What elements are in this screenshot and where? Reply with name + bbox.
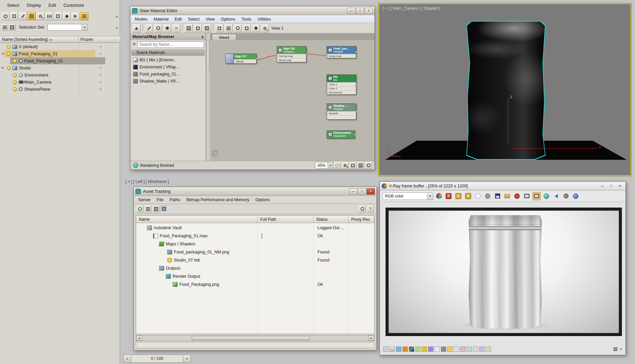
zoom-level-combo[interactable]: 45% ▼ [315,162,333,169]
horizontal-scrollbar[interactable]: ◄ ► [136,335,374,341]
menu-tools[interactable]: Tools [238,16,254,23]
move-children-icon[interactable] [185,24,193,32]
asset-row-vault[interactable]: Autodesk Vault Logged Out ... [136,224,374,232]
refresh-icon[interactable] [137,206,143,212]
search-input[interactable] [138,41,204,48]
lock-selection-icon[interactable] [54,12,62,20]
find-object-icon[interactable] [36,12,44,20]
menu-edit[interactable]: Edit [45,1,60,9]
vfb-info-icon[interactable] [396,346,401,352]
menu-view[interactable]: View [203,16,218,23]
pick-object-icon[interactable] [19,12,27,20]
forward-icon[interactable] [71,12,80,20]
minimize-button[interactable]: — [347,8,355,14]
node-environment-vrayhdri[interactable]: Environment VRayHDRI [327,130,355,139]
asset-row-outputs[interactable]: Outputs [136,264,374,272]
node-map17-bitmap[interactable]: Map #17 Bitmap [225,54,256,64]
vfb-color-balance-icon[interactable] [409,346,414,352]
minimize-button[interactable]: — [349,188,357,194]
input-socket[interactable] [326,113,328,115]
explorer-row-default-layer[interactable]: 0 (default) * [0,43,120,50]
menu-bitmap-performance[interactable]: Bitmap Performance and Memory [183,196,252,203]
frozen-toggle[interactable]: * [96,66,105,70]
expand-triangle-icon[interactable]: ▼ [0,52,5,55]
menu-file[interactable]: File [154,196,167,203]
isolate-icon[interactable] [63,12,71,20]
vfb-stereo-icon[interactable] [466,346,472,352]
explorer-row-shadowplane[interactable]: ShadowPlane * [0,86,120,93]
camera-viewport[interactable]: Z x z x [ + ] [ Main_Camera ] [ Shaded ] [379,3,631,176]
pick-material-icon[interactable] [145,24,153,32]
asset-row-render-output[interactable]: Render Output [136,272,374,280]
chevron-down-icon[interactable]: ▼ [82,24,87,30]
slate-titlebar[interactable]: Slate Material Editor — □ × [130,6,374,15]
vfb-exposure-icon[interactable] [402,346,408,352]
chevron-down-icon[interactable]: ▼ [328,162,333,168]
browser-close-icon[interactable]: x [202,35,204,39]
load-image-button[interactable] [503,192,511,200]
track-mouse-render-button[interactable] [533,192,541,200]
menu-server[interactable]: Server [135,196,154,203]
vfb-curves-icon[interactable] [422,346,427,352]
scrollbar-thumb[interactable] [207,40,210,70]
menu-options[interactable]: Options [218,16,238,23]
blue-channel-button[interactable]: B [464,192,472,200]
vfb-icc-icon[interactable] [434,346,440,352]
toolbar-overflow-icon[interactable]: » [116,25,119,30]
vfb-bloom-icon[interactable] [447,346,453,352]
alpha-channel-button[interactable] [484,192,492,200]
zoom-extents-icon[interactable] [357,162,364,169]
visibility-bulb-icon[interactable] [13,80,17,84]
expand-triangle-icon[interactable]: ▼ [0,66,5,69]
layer-tools-icon[interactable] [80,12,88,20]
input-socket[interactable] [326,92,328,94]
vfb-list-icon[interactable] [613,347,617,351]
pouch-model[interactable] [466,22,546,159]
vfb-titlebar[interactable]: V-Ray frame buffer - [25% of 2220 x 1200… [380,182,626,190]
show-end-result-icon[interactable] [163,24,171,32]
visibility-bulb-icon[interactable] [7,45,11,49]
previous-arrow-icon[interactable] [552,192,560,200]
menu-modes[interactable]: Modes [132,16,151,23]
scrollbar-thumb[interactable] [192,336,309,340]
left-viewport-label[interactable]: [ + ] [ Left ] [ Wireframe ] [125,179,169,184]
visibility-bulb-icon[interactable] [7,66,11,70]
layout-all-icon[interactable] [215,24,223,32]
menu-select[interactable]: Select [185,16,203,23]
hide-unused-slots-icon[interactable] [194,24,202,32]
filter-waves-icon[interactable] [45,12,53,20]
select-tool-icon[interactable] [132,24,141,32]
explorer-row-main-camera[interactable]: Main_Camera * [0,79,120,86]
stamp-globe-icon[interactable] [572,192,580,200]
view-selector-label[interactable]: View 1 [271,26,283,31]
material-list-item[interactable]: Shadow_Matte ( VR... [130,78,206,85]
view1-tab[interactable]: View1 [212,34,236,40]
column-proxy-res[interactable]: Proxy Res [349,216,374,223]
asset-row-max-file[interactable]: Food_Packaging_01.max Ok [136,232,374,240]
checker-pattern-icon[interactable] [203,24,211,32]
menu-customize[interactable]: Customize [60,1,88,9]
settings-gear-icon[interactable] [562,192,570,200]
view-navigator-icon[interactable] [261,24,269,32]
visibility-bulb-icon[interactable] [7,52,11,56]
frozen-toggle[interactable]: * [96,59,105,63]
browser-scrollbar[interactable] [206,33,210,161]
pan-to-selected-icon[interactable] [365,162,372,169]
frozen-toggle[interactable]: * [96,87,105,92]
selection-set-combo[interactable]: ▼ [48,24,87,31]
vfb-region-icon[interactable] [479,346,485,352]
vfb-stamp-icon[interactable] [473,346,478,352]
scene-materials-group-header[interactable]: - Scene Materials [131,50,205,56]
menu-paths[interactable]: Paths [167,196,183,203]
show-shaded-material-icon[interactable] [243,24,251,32]
column-name-header[interactable]: Name (Sorted Ascending) ▲ [0,36,79,42]
list-view-icon[interactable] [145,206,151,212]
delete-selected-icon[interactable]: × [172,24,180,32]
select-circle-icon[interactable] [1,12,9,20]
asset-titlebar[interactable]: Asset Tracking — □ × [134,187,376,196]
duplicate-to-host-button[interactable] [523,192,531,200]
asset-row-hdr[interactable]: Studio_07.hdr Found [136,256,374,264]
maximize-button[interactable]: □ [358,188,366,194]
menu-options[interactable]: Options [252,196,273,203]
frozen-toggle[interactable]: * [96,44,105,49]
